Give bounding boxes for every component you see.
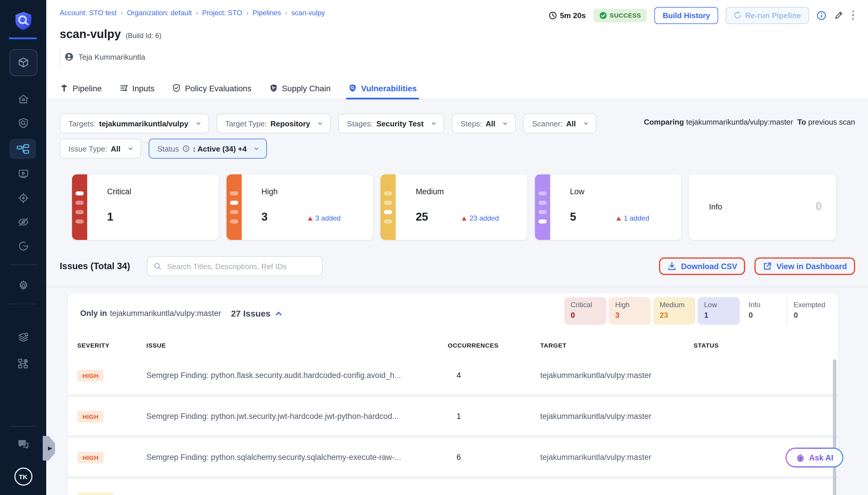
chevron-up-icon[interactable] xyxy=(274,309,283,318)
user-avatar[interactable]: TK xyxy=(14,467,32,485)
high-card[interactable]: High 3 3 added xyxy=(226,174,373,240)
tab-inputs[interactable]: Inputs xyxy=(119,76,154,100)
edit-pencil-icon[interactable] xyxy=(834,11,843,20)
group-header[interactable]: Only in tejakummarikuntla/vulpy:master 2… xyxy=(80,308,283,318)
arrow-right-icon: ▶ xyxy=(48,445,52,451)
occurrences-value: 6 xyxy=(448,453,540,462)
group-issue-count: 27 Issues xyxy=(231,308,270,318)
svg-text:?: ? xyxy=(21,441,23,445)
breadcrumb-project[interactable]: Project: STO xyxy=(202,9,242,17)
help-chat-icon[interactable]: ? xyxy=(17,438,30,450)
chip-high[interactable]: High3 xyxy=(609,297,651,325)
breadcrumb-account[interactable]: Account: STO test xyxy=(60,9,117,17)
chip-critical[interactable]: Critical0 xyxy=(564,297,606,325)
ask-ai-button[interactable]: Ask AI xyxy=(785,448,844,467)
info-card[interactable]: Info 0 xyxy=(689,174,836,240)
critical-card[interactable]: Critical 1 xyxy=(72,174,219,240)
rerun-pipeline-button[interactable]: Re-run Pipeline xyxy=(726,7,809,24)
sidebar-divider xyxy=(10,264,37,265)
chevron-down-icon xyxy=(195,121,201,126)
breadcrumb-current[interactable]: scan-vulpy xyxy=(291,9,325,17)
critical-severity-bar xyxy=(72,174,87,240)
chip-info[interactable]: Info0 xyxy=(742,297,784,325)
issues-total-title: Issues (Total 34) xyxy=(60,261,130,272)
sto-shield-logo[interactable] xyxy=(13,10,34,32)
status-filter[interactable]: Status : Active (34) +4 xyxy=(149,139,267,158)
row-separator xyxy=(68,476,838,479)
info-icon[interactable] xyxy=(816,10,826,20)
kebab-menu-icon[interactable] xyxy=(851,10,855,21)
page-title: scan-vulpy xyxy=(60,28,121,41)
build-history-button[interactable]: Build History xyxy=(654,7,718,24)
medium-count: 25 xyxy=(415,211,428,223)
org-settings-icon[interactable] xyxy=(17,357,30,370)
severity-badge: HIGH xyxy=(77,451,104,463)
critical-count: 1 xyxy=(107,211,113,223)
sidebar-divider xyxy=(10,304,37,304)
vulnerabilities-shield-icon xyxy=(348,84,357,92)
issue-title: Active debug code... xyxy=(146,494,448,495)
circle-arrow-icon[interactable] xyxy=(17,240,29,252)
chevron-down-icon xyxy=(317,121,323,126)
steps-filter[interactable]: Steps:All xyxy=(452,114,516,133)
tab-pipeline[interactable]: Pipeline xyxy=(60,76,102,100)
executions-icon[interactable] xyxy=(17,167,29,180)
tab-vulnerabilities[interactable]: Vulnerabilities xyxy=(348,76,417,100)
issue-type-filter[interactable]: Issue Type:All xyxy=(60,139,141,158)
stages-filter[interactable]: Stages:Security Test xyxy=(338,114,444,133)
info-icon xyxy=(182,145,189,152)
target-value: tejakummarikuntla/vulpy:master xyxy=(540,453,694,462)
chip-exempted[interactable]: Exempted0 xyxy=(787,297,829,325)
issue-row[interactable]: HIGH Semgrep Finding: python.flask.secur… xyxy=(68,356,838,394)
inputs-icon xyxy=(119,84,128,92)
issues-search[interactable] xyxy=(147,256,323,276)
author-name: Teja Kummarikuntla xyxy=(79,52,145,61)
module-selector-button[interactable] xyxy=(10,49,37,76)
high-count: 3 xyxy=(261,211,268,223)
breadcrumb-separator: › xyxy=(121,10,123,16)
settings-gear-icon[interactable] xyxy=(17,279,30,292)
medium-card[interactable]: Medium 25 23 added xyxy=(380,174,527,240)
search-input[interactable] xyxy=(166,261,316,271)
issue-title: Semgrep Finding: python.flask.security.a… xyxy=(146,371,448,380)
tab-policy-evaluations[interactable]: Policy Evaluations xyxy=(172,76,251,100)
severity-badge: HIGH xyxy=(77,370,104,381)
breadcrumb-pipelines[interactable]: Pipelines xyxy=(253,9,281,17)
issues-toolbar: Issues (Total 34) Download CSV xyxy=(60,255,855,278)
scanner-filter[interactable]: Scanner:All xyxy=(523,114,596,133)
breadcrumb: Account: STO test› Organization: default… xyxy=(60,9,325,17)
sidebar-item-pipelines-active[interactable] xyxy=(10,139,36,159)
issue-row[interactable]: HIGH Semgrep Finding: python.jwt.securit… xyxy=(68,397,838,435)
breadcrumb-separator: › xyxy=(285,10,287,16)
targets-icon[interactable] xyxy=(17,192,29,204)
download-csv-button[interactable]: Download CSV xyxy=(667,261,737,271)
filter-row-2: Issue Type:All Status : Active (34) +4 xyxy=(60,139,267,158)
download-csv-annotation-box: Download CSV xyxy=(659,257,745,275)
scan-shield-icon[interactable] xyxy=(17,117,29,129)
vertical-scrollbar[interactable] xyxy=(833,359,836,495)
view-in-dashboard-button[interactable]: View in Dashboard xyxy=(763,261,847,271)
status-badge: SUCCESS xyxy=(593,8,647,22)
home-icon[interactable] xyxy=(17,93,29,105)
high-severity-bar xyxy=(226,174,241,240)
target-type-filter[interactable]: Target Type:Repository xyxy=(216,114,330,133)
low-card[interactable]: Low 5 1 added xyxy=(535,174,682,240)
target-value: tejakummarikuntla/vulpy:master xyxy=(540,494,694,495)
view-dashboard-annotation-box: View in Dashboard xyxy=(755,257,855,275)
severity-chips: Critical0 High3 Medium23 Low1 Info0 xyxy=(564,297,829,325)
targets-filter[interactable]: Targets:tejakummarikuntla/vulpy xyxy=(60,114,209,133)
tab-bar: Pipeline Inputs Policy Evaluations xyxy=(60,76,417,100)
tab-supply-chain[interactable]: Supply Chain xyxy=(269,76,331,100)
target-value: tejakummarikuntla/vulpy:master xyxy=(540,371,694,380)
chip-low[interactable]: Low1 xyxy=(698,297,740,325)
issue-row[interactable]: MEDIUM Active debug code... 4 tejakummar… xyxy=(68,479,838,495)
layers-settings-icon[interactable] xyxy=(17,331,30,344)
breadcrumb-org[interactable]: Organization: default xyxy=(127,9,192,17)
low-severity-bar xyxy=(535,174,550,240)
row-separator xyxy=(68,435,838,438)
chip-medium[interactable]: Medium23 xyxy=(653,297,695,325)
external-link-icon xyxy=(763,261,772,271)
eye-off-icon[interactable] xyxy=(17,216,29,228)
row-separator xyxy=(68,394,838,397)
issue-row[interactable]: HIGH Semgrep Finding: python.sqlalchemy.… xyxy=(68,438,838,476)
